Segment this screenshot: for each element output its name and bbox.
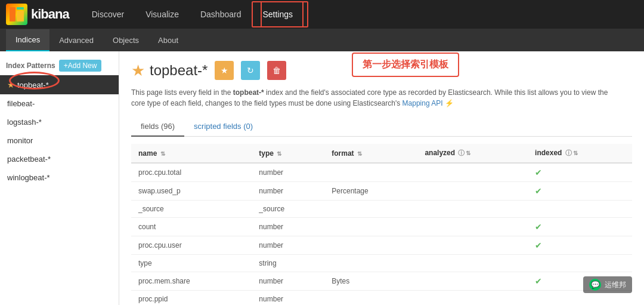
info-analyzed-icon: ⓘ [458, 149, 465, 156]
nav-visualize[interactable]: Visualize [135, 1, 190, 27]
cell-format [324, 255, 417, 272]
sidebar-item-topbeat[interactable]: ★ topbeat-* [0, 75, 119, 94]
sidebar-item-packetbeat[interactable]: packetbeat-* [0, 150, 119, 168]
star-big-icon: ★ [131, 61, 145, 80]
cell-analyzed [417, 272, 528, 291]
top-nav-items: Discover Visualize Dashboard Settings [81, 1, 304, 27]
cell-type: number [252, 163, 324, 182]
logo-area: kibana [6, 4, 69, 25]
table-row: proc.cpu.total number ✔ [131, 163, 632, 182]
annotation-box: 第一步选择索引模板 [352, 53, 459, 77]
info-indexed-icon: ⓘ [565, 149, 572, 156]
sidebar-item-logstash[interactable]: logstash-* [0, 113, 119, 131]
sidebar: Index Patterns +Add New ★ topbeat-* file… [0, 51, 119, 305]
nav-settings[interactable]: Settings [252, 1, 304, 27]
sidebar-item-winlogbeat[interactable]: winlogbeat-* [0, 168, 119, 187]
top-navigation: kibana Discover Visualize Dashboard Sett… [0, 0, 644, 29]
cell-format: Bytes [324, 272, 417, 291]
cell-analyzed [417, 201, 528, 218]
col-indexed[interactable]: indexed ⓘ⇅ [528, 144, 632, 163]
sort-format-icon: ⇅ [357, 150, 362, 157]
table-row: swap.used_p number Percentage ✔ [131, 182, 632, 201]
sort-indexed-icon: ⇅ [573, 150, 578, 156]
cell-indexed: ✔ [528, 236, 632, 255]
cell-name: proc.mem.share [131, 272, 252, 291]
nav-dashboard[interactable]: Dashboard [190, 1, 252, 27]
table-row: proc.mem.share number Bytes ✔ [131, 272, 632, 291]
sort-type-icon: ⇅ [277, 150, 281, 157]
sidebar-item-label: winlogbeat-* [7, 173, 50, 182]
cell-analyzed [417, 291, 528, 306]
index-title: ★ topbeat-* [131, 61, 208, 80]
cell-analyzed [417, 218, 528, 236]
nav-indices[interactable]: Indices [6, 29, 49, 51]
cell-indexed [528, 255, 632, 272]
cell-indexed: ✔ [528, 218, 632, 236]
cell-name: count [131, 218, 252, 236]
cell-indexed [528, 201, 632, 218]
col-name[interactable]: name ⇅ [131, 144, 252, 163]
cell-format [324, 291, 417, 306]
description-text: This page lists every field in the topbe… [131, 87, 620, 109]
cell-format [324, 236, 417, 255]
col-type[interactable]: type ⇅ [252, 144, 324, 163]
cell-name: proc.ppid [131, 291, 252, 306]
tab-scripted-fields[interactable]: scripted fields (0) [184, 117, 262, 137]
second-navigation: Indices Advanced Objects About [0, 29, 644, 51]
cell-type: _source [252, 201, 324, 218]
wechat-icon: 💬 [589, 279, 601, 291]
table-row: count number ✔ [131, 218, 632, 236]
cell-type: string [252, 255, 324, 272]
cell-format [324, 163, 417, 182]
cell-type: number [252, 272, 324, 291]
cell-name: swap.used_p [131, 182, 252, 201]
delete-button[interactable]: 🗑 [267, 61, 286, 80]
table-row: _source _source [131, 201, 632, 218]
cell-format: Percentage [324, 182, 417, 201]
cell-analyzed [417, 236, 528, 255]
mapping-api-link[interactable]: Mapping API ⚡ [402, 99, 454, 107]
svg-rect-1 [17, 11, 24, 21]
cell-type: number [252, 218, 324, 236]
watermark-text: 运维邦 [605, 280, 626, 290]
nav-advanced[interactable]: Advanced [49, 30, 103, 51]
sidebar-item-label: monitor [7, 136, 33, 145]
logo-text: kibana [31, 7, 69, 22]
index-patterns-label: Index Patterns [6, 61, 55, 70]
table-row: type string [131, 255, 632, 272]
logo-icon [6, 4, 27, 25]
sidebar-item-filebeat[interactable]: filebeat- [0, 94, 119, 113]
set-default-button[interactable]: ★ [215, 61, 234, 80]
sidebar-header: Index Patterns +Add New [0, 56, 119, 75]
cell-name: proc.cpu.total [131, 163, 252, 182]
cell-analyzed [417, 163, 528, 182]
tab-fields[interactable]: fields (96) [131, 117, 184, 137]
main-content: ★ topbeat-* ★ ↻ 🗑 This page lists every … [119, 51, 644, 305]
cell-indexed: ✔ [528, 182, 632, 201]
content-area: Index Patterns +Add New ★ topbeat-* file… [0, 51, 644, 305]
cell-analyzed [417, 255, 528, 272]
add-new-button[interactable]: +Add New [59, 60, 102, 72]
table-row: proc.ppid number [131, 291, 632, 306]
cell-type: number [252, 182, 324, 201]
sort-analyzed-icon: ⇅ [466, 150, 470, 156]
sidebar-item-label: topbeat-* [17, 81, 49, 90]
col-format[interactable]: format ⇅ [324, 144, 417, 163]
svg-rect-0 [10, 7, 16, 21]
sort-name-icon: ⇅ [160, 150, 165, 157]
table-row: proc.cpu.user number ✔ [131, 236, 632, 255]
refresh-button[interactable]: ↻ [241, 61, 260, 80]
cell-type: number [252, 236, 324, 255]
nav-about[interactable]: About [148, 30, 188, 51]
svg-rect-2 [17, 7, 24, 10]
field-tabs: fields (96) scripted fields (0) [131, 117, 632, 137]
cell-name: _source [131, 201, 252, 218]
sidebar-item-monitor[interactable]: monitor [0, 131, 119, 150]
col-analyzed[interactable]: analyzed ⓘ⇅ [417, 144, 528, 163]
cell-indexed: ✔ [528, 163, 632, 182]
cell-format [324, 218, 417, 236]
cell-format [324, 201, 417, 218]
nav-discover[interactable]: Discover [81, 1, 135, 27]
nav-objects[interactable]: Objects [103, 30, 148, 51]
sidebar-item-label: filebeat- [7, 99, 35, 108]
